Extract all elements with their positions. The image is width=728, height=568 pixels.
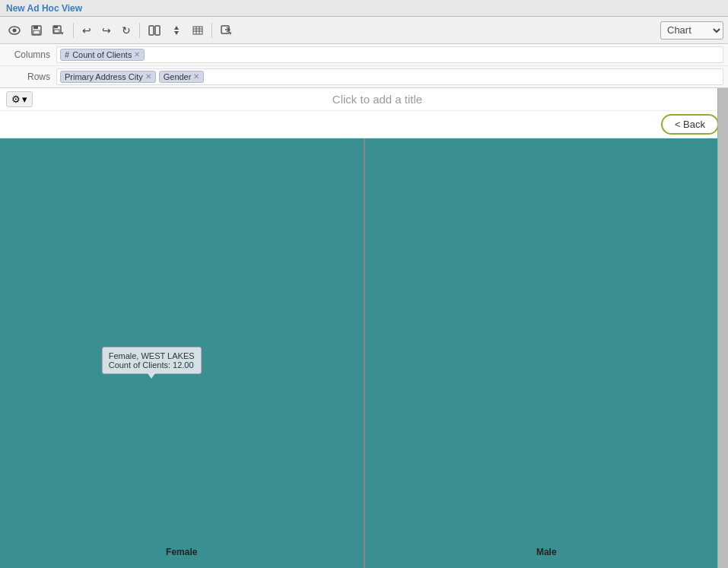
eye-button[interactable]: [5, 21, 24, 40]
gender-tag[interactable]: Gender ✕: [159, 71, 205, 83]
toolbar: ▾ ↩ ↪ ↻ ▾ Cha: [0, 17, 728, 44]
back-btn-row: < Back: [0, 111, 728, 138]
column-tag-label: Count of Clients: [72, 50, 132, 59]
main-area: ⚙ ▾ Click to add a title < Back Female, …: [0, 88, 728, 568]
svg-marker-12: [174, 31, 179, 35]
columns-label: Columns: [5, 49, 50, 60]
svg-text:▾: ▾: [61, 30, 64, 36]
gear-icon: ⚙: [11, 94, 21, 105]
count-of-clients-tag[interactable]: # Count of Clients ✕: [60, 49, 145, 61]
rows-tags[interactable]: Primary Address City ✕ Gender ✕: [56, 68, 723, 85]
scrollbar[interactable]: [717, 88, 728, 568]
rows-label: Rows: [5, 71, 50, 82]
svg-rect-3: [33, 26, 38, 29]
separator-3: [211, 23, 212, 38]
svg-rect-4: [33, 30, 40, 34]
gear-button[interactable]: ⚙ ▾: [6, 91, 33, 107]
svg-text:▾: ▾: [229, 30, 232, 36]
male-panel: Male: [365, 138, 729, 568]
svg-rect-9: [149, 26, 154, 35]
svg-rect-6: [54, 26, 58, 28]
female-panel: Female, WEST LAKES Count of Clients: 12.…: [0, 138, 365, 568]
svg-rect-7: [54, 30, 59, 33]
svg-marker-11: [174, 26, 179, 30]
switch-view-button[interactable]: [145, 21, 164, 40]
chart-area: Female, WEST LAKES Count of Clients: 12.…: [0, 138, 728, 568]
separator-2: [139, 23, 140, 38]
title-bar: New Ad Hoc View: [0, 0, 728, 17]
page-title: New Ad Hoc View: [6, 3, 82, 14]
remove-row-tag-2[interactable]: ✕: [193, 73, 199, 81]
redo-button[interactable]: ↪: [98, 21, 115, 40]
back-button[interactable]: < Back: [661, 114, 719, 135]
rows-row: Rows Primary Address City ✕ Gender ✕: [0, 66, 728, 87]
remove-row-tag-1[interactable]: ✕: [145, 73, 151, 81]
primary-address-city-tag[interactable]: Primary Address City ✕: [60, 71, 156, 83]
chart-tooltip: Female, WEST LAKES Count of Clients: 12.…: [102, 347, 202, 374]
refresh-button[interactable]: ↻: [118, 21, 135, 40]
svg-point-1: [13, 28, 17, 32]
svg-rect-13: [193, 27, 202, 34]
gear-dropdown-icon: ▾: [22, 94, 27, 105]
table-button[interactable]: [189, 21, 207, 40]
hash-icon: #: [65, 50, 69, 59]
save-button[interactable]: [27, 21, 46, 40]
row-tag-label-2: Gender: [164, 72, 192, 81]
columns-tags[interactable]: # Count of Clients ✕: [56, 46, 723, 63]
male-label: Male: [536, 547, 557, 557]
sort-button[interactable]: [167, 21, 186, 40]
tooltip-line1: Female, WEST LAKES: [109, 351, 195, 360]
save-as-button[interactable]: ▾: [49, 21, 68, 40]
svg-rect-10: [155, 26, 160, 35]
fields-bar: Columns # Count of Clients ✕ Rows Primar…: [0, 44, 728, 88]
separator-1: [73, 23, 74, 38]
row-tag-label-1: Primary Address City: [65, 72, 143, 81]
female-label: Female: [166, 547, 197, 557]
settings-row: ⚙ ▾ Click to add a title: [0, 88, 728, 111]
export-button[interactable]: ▾: [217, 21, 237, 40]
undo-button[interactable]: ↩: [78, 21, 95, 40]
chart-type-select[interactable]: Chart Table Crosstab: [660, 21, 723, 40]
chart-title[interactable]: Click to add a title: [33, 93, 722, 106]
remove-column-tag[interactable]: ✕: [134, 51, 140, 59]
tooltip-line2: Count of Clients: 12.00: [109, 360, 195, 370]
columns-row: Columns # Count of Clients ✕: [0, 44, 728, 66]
